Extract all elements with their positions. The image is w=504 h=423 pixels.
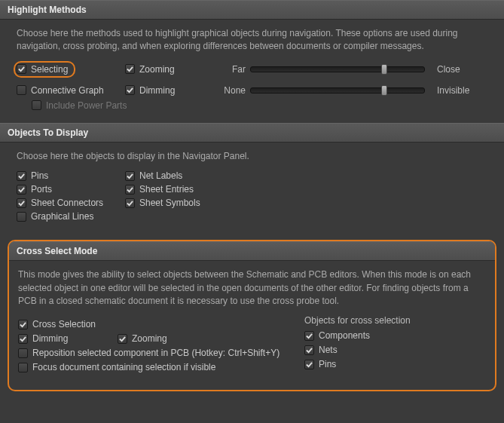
none-invisible-slider[interactable] — [250, 87, 425, 93]
focus-checkbox[interactable] — [18, 363, 28, 372]
cross-pins-label[interactable]: Pins — [319, 359, 336, 369]
components-checkbox[interactable] — [304, 331, 314, 341]
selecting-label[interactable]: Selecting — [31, 64, 68, 75]
netlabels-label[interactable]: Net Labels — [139, 170, 182, 181]
far-close-slider[interactable] — [250, 66, 425, 72]
pins-label[interactable]: Pins — [31, 170, 48, 181]
zooming-hl-checkbox[interactable] — [125, 64, 135, 74]
reposition-checkbox[interactable] — [18, 348, 28, 358]
dimming-hl-checkbox[interactable] — [125, 85, 135, 95]
cross-select-highlight: Cross Select Mode This mode gives the ab… — [8, 240, 496, 391]
slider-close-label: Close — [429, 64, 467, 75]
cross-zooming-checkbox[interactable] — [118, 334, 127, 344]
dimming-hl-label[interactable]: Dimming — [139, 85, 175, 96]
cross-desc: This mode gives the ability to select ob… — [18, 268, 478, 308]
reposition-label[interactable]: Reposition selected component in PCB (Ho… — [32, 348, 279, 358]
sheetconnectors-checkbox[interactable] — [17, 198, 26, 208]
cross-pins-checkbox[interactable] — [304, 360, 314, 369]
connective-label[interactable]: Connective Graph — [31, 85, 104, 96]
ports-label[interactable]: Ports — [31, 184, 52, 195]
cross-header: Cross Select Mode — [9, 241, 495, 261]
sheetconnectors-label[interactable]: Sheet Connectors — [31, 198, 103, 208]
graphicallines-checkbox[interactable] — [17, 212, 26, 222]
cross-dimming-label[interactable]: Dimming — [32, 333, 68, 344]
objects-header: Objects To Display — [0, 123, 504, 143]
highlight-methods-header: Highlight Methods — [0, 0, 504, 20]
crossselection-label[interactable]: Cross Selection — [32, 319, 96, 330]
objects-for-cross-header: Objects for cross selection — [304, 315, 484, 326]
netlabels-checkbox[interactable] — [125, 171, 135, 181]
cross-zooming-label[interactable]: Zooming — [132, 333, 167, 344]
graphicallines-label[interactable]: Graphical Lines — [31, 211, 93, 222]
focus-label[interactable]: Focus document containing selection if v… — [32, 362, 215, 372]
include-power-checkbox[interactable] — [32, 100, 41, 110]
highlight-desc: Choose here the methods used to highligh… — [17, 27, 476, 54]
pins-checkbox[interactable] — [17, 171, 26, 181]
selecting-checkbox[interactable] — [17, 64, 26, 74]
ports-checkbox[interactable] — [17, 185, 26, 195]
objects-desc: Choose here the objects to display in th… — [17, 150, 476, 163]
connective-checkbox[interactable] — [17, 85, 26, 95]
slider-far-label: Far — [215, 64, 250, 75]
include-power-label[interactable]: Include Power Parts — [46, 100, 127, 111]
zooming-hl-label[interactable]: Zooming — [139, 64, 175, 75]
nets-checkbox[interactable] — [304, 345, 314, 355]
sheetsymbols-checkbox[interactable] — [125, 198, 135, 208]
sheetentries-checkbox[interactable] — [125, 185, 135, 195]
components-label[interactable]: Components — [319, 330, 370, 341]
sheetentries-label[interactable]: Sheet Entries — [139, 184, 194, 195]
slider-invisible-label: Invisible — [429, 85, 467, 96]
sheetsymbols-label[interactable]: Sheet Symbols — [139, 198, 200, 208]
cross-dimming-checkbox[interactable] — [18, 334, 28, 344]
slider-thumb[interactable] — [381, 64, 387, 75]
nets-label[interactable]: Nets — [319, 345, 338, 355]
slider-none-label: None — [215, 85, 250, 96]
slider-thumb[interactable] — [381, 85, 387, 96]
crossselection-checkbox[interactable] — [18, 320, 28, 330]
